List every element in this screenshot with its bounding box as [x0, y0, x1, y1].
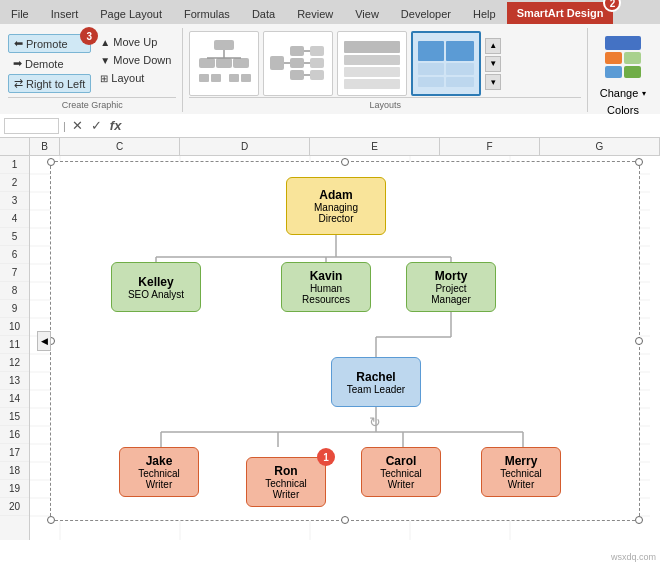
- right-to-left-button[interactable]: ⇄ Right to Left: [8, 74, 91, 93]
- collapse-left-arrow[interactable]: ◀: [37, 331, 51, 351]
- row-16[interactable]: 16: [0, 426, 29, 444]
- node-carol[interactable]: Carol TechnicalWriter: [361, 447, 441, 497]
- svg-rect-10: [241, 74, 251, 82]
- callout-badge-1: 1: [317, 448, 335, 466]
- tab-developer[interactable]: Developer: [390, 2, 462, 24]
- layout-thumb-3[interactable]: [337, 31, 407, 96]
- svg-rect-13: [290, 46, 304, 56]
- col-header-d[interactable]: D: [180, 138, 310, 155]
- tab-page-layout[interactable]: Page Layout: [89, 2, 173, 24]
- svg-rect-25: [344, 79, 400, 89]
- cells-area: ↻ Adam ManagingDirector Kelley SEO Analy…: [30, 156, 660, 540]
- svg-rect-31: [446, 77, 474, 87]
- row-9[interactable]: 9: [0, 300, 29, 318]
- scroll-down-arrow[interactable]: ▼: [485, 56, 501, 72]
- tab-file[interactable]: File: [0, 2, 40, 24]
- tab-help[interactable]: Help: [462, 2, 507, 24]
- svg-rect-21: [310, 70, 324, 80]
- fx-icon[interactable]: fx: [108, 118, 124, 133]
- row-10[interactable]: 10: [0, 318, 29, 336]
- row-3[interactable]: 3: [0, 192, 29, 210]
- svg-rect-19: [310, 46, 324, 56]
- tab-review[interactable]: Review: [286, 2, 344, 24]
- layout-thumb-4[interactable]: [411, 31, 481, 96]
- move-down-button[interactable]: ▼ Move Down: [95, 52, 176, 68]
- svg-rect-32: [605, 36, 641, 50]
- corner-cell: [0, 138, 30, 155]
- layout-scroll[interactable]: ▲ ▼ ▾: [485, 38, 501, 90]
- formula-separator: |: [63, 120, 66, 132]
- svg-rect-0: [214, 40, 234, 50]
- tab-formulas[interactable]: Formulas: [173, 2, 241, 24]
- node-jake[interactable]: Jake TechnicalWriter: [119, 447, 199, 497]
- col-header-e[interactable]: E: [310, 138, 440, 155]
- node-ron[interactable]: Ron TechnicalWriter 1: [246, 457, 326, 507]
- node-rachel[interactable]: Rachel Team Leader: [331, 357, 421, 407]
- row-headers: 1 2 3 4 5 6 7 8 9 10 11 12 13 14 15 16 1…: [0, 156, 30, 540]
- demote-button[interactable]: ➡ Demote: [8, 55, 91, 72]
- demote-icon: ➡: [13, 57, 22, 70]
- svg-rect-1: [199, 58, 215, 68]
- ribbon-tabs: File Insert Page Layout Formulas Data Re…: [0, 0, 660, 24]
- formula-icons: ✕ ✓ fx: [70, 118, 124, 133]
- ribbon-group-create-graphic: ⬅ Promote 3 ➡ Demote ⇄ Right to Left: [2, 28, 183, 112]
- scroll-up-arrow[interactable]: ▲: [485, 38, 501, 54]
- cancel-icon[interactable]: ✕: [70, 118, 85, 133]
- row-1[interactable]: 1: [0, 156, 29, 174]
- node-merry[interactable]: Merry TechnicalWriter: [481, 447, 561, 497]
- create-graphic-label: Create Graphic: [8, 97, 176, 110]
- svg-rect-22: [344, 41, 400, 53]
- layouts-label: Layouts: [189, 97, 581, 110]
- tab-data[interactable]: Data: [241, 2, 286, 24]
- ribbon-group-layouts: ▲ ▼ ▾ Layouts: [183, 28, 588, 112]
- row-18[interactable]: 18: [0, 462, 29, 480]
- node-adam[interactable]: Adam ManagingDirector: [286, 177, 386, 235]
- row-8[interactable]: 8: [0, 282, 29, 300]
- tab-smartart-design[interactable]: SmartArt Design 2: [507, 2, 614, 24]
- row-2[interactable]: 2: [0, 174, 29, 192]
- svg-rect-20: [310, 58, 324, 68]
- svg-rect-36: [624, 66, 641, 78]
- row-20[interactable]: 20: [0, 498, 29, 516]
- svg-rect-26: [418, 41, 444, 61]
- col-header-g[interactable]: G: [540, 138, 660, 155]
- row-12[interactable]: 12: [0, 354, 29, 372]
- svg-rect-27: [446, 41, 474, 61]
- col-header-c[interactable]: C: [60, 138, 180, 155]
- layout-thumb-1[interactable]: [189, 31, 259, 96]
- row-5[interactable]: 5: [0, 228, 29, 246]
- svg-rect-28: [418, 63, 444, 75]
- confirm-icon[interactable]: ✓: [89, 118, 104, 133]
- move-up-button[interactable]: ▲ Move Up: [95, 34, 176, 50]
- layout-button[interactable]: ⊞ Layout: [95, 70, 176, 86]
- tab-view[interactable]: View: [344, 2, 390, 24]
- move-up-icon: ▲: [100, 37, 110, 48]
- promote-button[interactable]: ⬅ Promote 3: [8, 34, 91, 53]
- row-4[interactable]: 4: [0, 210, 29, 228]
- scroll-more-arrow[interactable]: ▾: [485, 74, 501, 90]
- node-morty[interactable]: Morty ProjectManager: [406, 262, 496, 312]
- formula-bar: | ✕ ✓ fx: [0, 114, 660, 138]
- spreadsheet: B C D E F G 1 2 3 4 5 6 7 8 9 10 11 12 1…: [0, 138, 660, 540]
- row-6[interactable]: 6: [0, 246, 29, 264]
- row-15[interactable]: 15: [0, 408, 29, 426]
- layout-thumb-2[interactable]: [263, 31, 333, 96]
- row-19[interactable]: 19: [0, 480, 29, 498]
- name-box[interactable]: [4, 118, 59, 134]
- row-7[interactable]: 7: [0, 264, 29, 282]
- node-kelley[interactable]: Kelley SEO Analyst: [111, 262, 201, 312]
- row-11[interactable]: 11: [0, 336, 29, 354]
- tab-insert[interactable]: Insert: [40, 2, 90, 24]
- formula-input[interactable]: [127, 120, 656, 132]
- row-17[interactable]: 17: [0, 444, 29, 462]
- change-colors-button[interactable]: Change ▾ Colors: [600, 32, 647, 116]
- row-13[interactable]: 13: [0, 372, 29, 390]
- smartart-diagram[interactable]: ↻ Adam ManagingDirector Kelley SEO Analy…: [50, 161, 640, 521]
- node-kavin[interactable]: Kavin HumanResources: [281, 262, 371, 312]
- col-header-b[interactable]: B: [30, 138, 60, 155]
- row-14[interactable]: 14: [0, 390, 29, 408]
- svg-rect-2: [216, 58, 232, 68]
- svg-rect-9: [229, 74, 239, 82]
- svg-rect-33: [605, 52, 622, 64]
- col-header-f[interactable]: F: [440, 138, 540, 155]
